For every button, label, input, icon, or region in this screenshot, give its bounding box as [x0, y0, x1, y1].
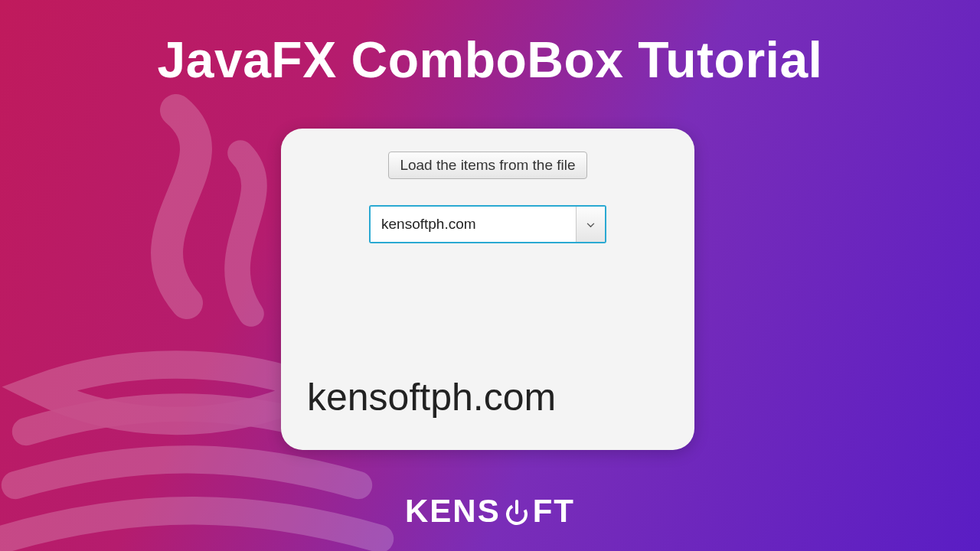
output-label: kensoftph.com — [307, 375, 556, 419]
combobox[interactable] — [369, 205, 606, 243]
app-panel: Load the items from the file kensoftph.c… — [281, 129, 694, 450]
page-title: JavaFX ComboBox Tutorial — [0, 31, 980, 89]
power-icon — [503, 497, 531, 525]
brand-text-suffix: FT — [533, 493, 575, 530]
load-items-button[interactable]: Load the items from the file — [388, 152, 586, 179]
brand-logo: KENS FT — [0, 493, 980, 530]
combobox-arrow-button[interactable] — [576, 207, 605, 242]
chevron-down-icon — [586, 217, 595, 231]
combobox-input[interactable] — [371, 207, 576, 242]
brand-text-prefix: KENS — [405, 493, 501, 530]
